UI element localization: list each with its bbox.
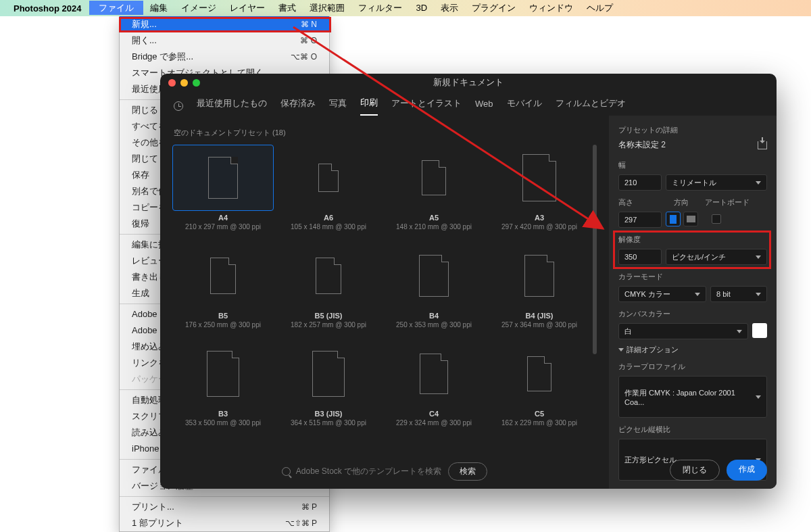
doc-name-input[interactable]: 名称未設定 2: [618, 139, 666, 151]
create-button[interactable]: 作成: [727, 460, 767, 481]
artboard-label: アートボード: [705, 197, 749, 208]
preset-B3 (JIS)[interactable]: B3 (JIS)364 x 515 mm @ 300 ppi: [278, 341, 379, 427]
menu-フィルター[interactable]: フィルター: [351, 1, 409, 15]
chevron-down-icon: [695, 293, 700, 296]
preset-A6[interactable]: A6105 x 148 mm @ 300 ppi: [278, 145, 379, 231]
menu-書式[interactable]: 書式: [272, 1, 303, 15]
canvas-color-swatch[interactable]: [752, 323, 767, 338]
dialog-title: 新規ドキュメント: [160, 76, 777, 89]
resolution-unit-select[interactable]: ピクセル/インチ: [666, 249, 767, 265]
menuitem-1 部プリント[interactable]: 1 部プリント⌥⇧⌘ P: [120, 515, 329, 531]
resolution-input[interactable]: 350: [618, 249, 662, 265]
unit-select[interactable]: ミリメートル: [666, 174, 767, 191]
menu-ヘルプ[interactable]: ヘルプ: [580, 1, 620, 15]
color-mode-select[interactable]: CMYK カラー: [618, 286, 706, 302]
menuitem-開く...[interactable]: 開く...⌘ O: [120, 32, 329, 49]
menuitem-新規...[interactable]: 新規...⌘ N: [120, 16, 329, 32]
color-profile-select[interactable]: 作業用 CMYK : Japan Color 2001 Coa...: [618, 376, 767, 418]
bit-depth-select[interactable]: 8 bit: [710, 286, 767, 302]
tab-フィルムとビデオ[interactable]: フィルムとビデオ: [556, 97, 626, 115]
preset-B4[interactable]: B4250 x 353 mm @ 300 ppi: [383, 243, 485, 329]
preset-A5[interactable]: A5148 x 210 mm @ 300 ppi: [383, 145, 485, 231]
menu-ウィンドウ[interactable]: ウィンドウ: [522, 1, 580, 15]
tab-アートとイラスト[interactable]: アートとイラスト: [391, 97, 462, 115]
search-placeholder: Adobe Stock で他のテンプレートを検索: [296, 466, 441, 477]
preset-scrollbar[interactable]: [593, 145, 597, 354]
category-tabs: 最近使用したもの 保存済み 写真 印刷 アートとイラスト Web モバイル フィ…: [160, 91, 777, 116]
resolution-label: 解像度: [618, 235, 767, 245]
menubar: Photoshop 2024 ファイル編集イメージレイヤー書式選択範囲フィルター…: [0, 0, 811, 16]
search-icon: [282, 467, 291, 476]
menu-3D[interactable]: 3D: [409, 1, 434, 15]
tab-印刷[interactable]: 印刷: [360, 97, 378, 116]
menu-イメージ[interactable]: イメージ: [174, 1, 223, 15]
advanced-options-toggle[interactable]: 詳細オプション: [618, 345, 767, 355]
tab-最近使用したもの[interactable]: 最近使用したもの: [197, 97, 267, 115]
tab-モバイル[interactable]: モバイル: [507, 97, 542, 115]
tab-Web[interactable]: Web: [475, 99, 493, 114]
preset-C5[interactable]: C5162 x 229 mm @ 300 ppi: [489, 341, 590, 427]
canvas-color-label: カンバスカラー: [618, 309, 767, 319]
preset-pane: 空のドキュメントプリセット (18) A4210 x 297 mm @ 300 …: [160, 116, 609, 489]
menuitem-Bridge で参照...[interactable]: Bridge で参照...⌥⌘ O: [120, 49, 329, 65]
close-button[interactable]: 閉じる: [670, 460, 720, 481]
preset-B5 (JIS)[interactable]: B5 (JIS)182 x 257 mm @ 300 ppi: [278, 243, 379, 329]
orientation-landscape[interactable]: [683, 212, 698, 226]
app-name: Photoshop 2024: [14, 3, 81, 14]
canvas-color-select[interactable]: 白: [618, 323, 748, 339]
tab-写真[interactable]: 写真: [329, 97, 347, 115]
preset-A3[interactable]: A3297 x 420 mm @ 300 ppi: [489, 145, 590, 231]
pixel-aspect-label: ピクセル縦横比: [618, 425, 767, 435]
menu-レイヤー[interactable]: レイヤー: [223, 1, 272, 15]
chevron-down-icon: [756, 395, 761, 399]
menuitem-プリント...[interactable]: プリント...⌘ P: [120, 499, 329, 515]
width-input[interactable]: 210: [618, 174, 662, 191]
chevron-down-icon: [737, 330, 742, 333]
save-preset-icon[interactable]: [758, 141, 767, 149]
height-input[interactable]: 297: [618, 212, 662, 228]
height-label: 高さ: [618, 197, 662, 208]
color-mode-label: カラーモード: [618, 272, 767, 282]
preset-B4 (JIS)[interactable]: B4 (JIS)257 x 364 mm @ 300 ppi: [489, 243, 590, 329]
color-profile-label: カラープロファイル: [618, 362, 767, 372]
chevron-down-icon: [756, 293, 761, 296]
menu-選択範囲[interactable]: 選択範囲: [303, 1, 351, 15]
menu-プラグイン[interactable]: プラグイン: [465, 1, 522, 15]
menu-ファイル[interactable]: ファイル: [89, 1, 143, 15]
menu-表示[interactable]: 表示: [434, 1, 465, 15]
orientation-label: 方向: [674, 197, 689, 208]
orientation-portrait[interactable]: [666, 212, 681, 226]
width-label: 幅: [618, 160, 767, 170]
preset-heading: 空のドキュメントプリセット (18): [174, 128, 595, 138]
menu-編集[interactable]: 編集: [143, 1, 174, 15]
artboard-checkbox[interactable]: [712, 214, 721, 224]
preset-A4[interactable]: A4210 x 297 mm @ 300 ppi: [172, 145, 274, 231]
preset-details-label: プリセットの詳細: [618, 125, 767, 135]
new-document-dialog: 新規ドキュメント 最近使用したもの 保存済み 写真 印刷 アートとイラスト We…: [160, 74, 777, 489]
dialog-titlebar: 新規ドキュメント: [160, 74, 777, 91]
recent-icon: [174, 101, 183, 111]
preset-B3[interactable]: B3353 x 500 mm @ 300 ppi: [172, 341, 274, 427]
chevron-down-icon: [756, 256, 761, 259]
preset-details-pane: プリセットの詳細 名称未設定 2 幅 210 ミリメートル 高さ 方向 アートボ…: [609, 116, 777, 489]
stock-search-input[interactable]: Adobe Stock で他のテンプレートを検索: [282, 466, 441, 477]
search-button[interactable]: 検索: [448, 462, 487, 481]
chevron-down-icon: [756, 181, 761, 185]
preset-B5[interactable]: B5176 x 250 mm @ 300 ppi: [172, 243, 274, 329]
chevron-down-icon: [618, 348, 624, 352]
tab-保存済み[interactable]: 保存済み: [280, 97, 316, 115]
preset-C4[interactable]: C4229 x 324 mm @ 300 ppi: [383, 341, 485, 427]
